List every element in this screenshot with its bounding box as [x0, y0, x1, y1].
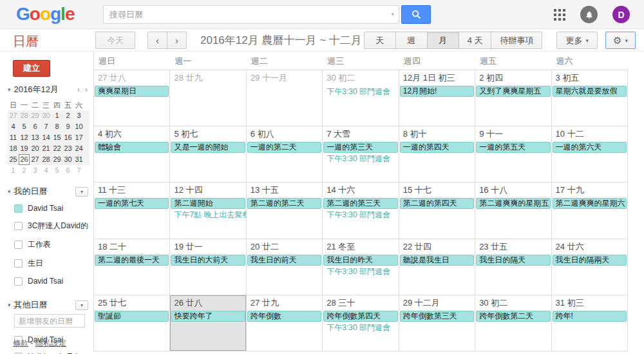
- allday-event[interactable]: 聽說是我生日: [400, 255, 474, 266]
- mini-day[interactable]: 13: [30, 132, 41, 143]
- mini-day[interactable]: 18: [8, 143, 19, 154]
- mini-day[interactable]: 27: [8, 110, 19, 121]
- mini-day[interactable]: 6: [62, 165, 73, 176]
- allday-event[interactable]: 跨年倒數第二天: [476, 311, 550, 322]
- allday-event[interactable]: 我生日的大前天: [171, 255, 245, 266]
- calendar-color-swatch[interactable]: [14, 241, 23, 249]
- calendar-color-swatch[interactable]: [14, 222, 23, 230]
- privacy-link[interactable]: 隱私設定: [35, 339, 66, 348]
- allday-event[interactable]: 第二週的第二天: [247, 198, 321, 209]
- mini-day[interactable]: 6: [30, 121, 41, 132]
- apps-grid-icon[interactable]: [554, 9, 565, 21]
- allday-event[interactable]: 第二週的第三天: [323, 198, 397, 209]
- mini-day[interactable]: 7: [41, 121, 52, 132]
- day-cell[interactable]: 22 廿四聽說是我生日: [399, 239, 475, 295]
- day-cell[interactable]: 8 初十一週的第四天: [399, 126, 475, 182]
- day-cell[interactable]: 29 十一月: [247, 70, 323, 126]
- allday-event[interactable]: 我生日的隔天: [476, 255, 550, 266]
- allday-event[interactable]: 第二週的第四天: [400, 198, 474, 209]
- allday-event[interactable]: 第二週爽爽的星期六: [553, 198, 627, 209]
- mini-day[interactable]: 23: [62, 143, 73, 154]
- view-button-month[interactable]: 月: [427, 32, 459, 49]
- mini-day[interactable]: 27: [30, 154, 41, 165]
- allday-event[interactable]: 一週的第三天: [323, 142, 397, 153]
- view-button-day[interactable]: 天: [364, 32, 396, 49]
- day-cell[interactable]: 25 廿七聖誕節: [94, 295, 170, 351]
- day-cell[interactable]: 23 廿五我生日的隔天: [475, 239, 551, 295]
- allday-event[interactable]: 體驗會: [95, 142, 169, 153]
- timed-event[interactable]: 下午3:30 部門週會: [327, 210, 398, 220]
- collapse-triangle-icon[interactable]: ▾: [8, 188, 11, 195]
- mini-day[interactable]: 31: [73, 154, 84, 165]
- day-cell[interactable]: 31 初三跨年!: [552, 295, 628, 351]
- allday-event[interactable]: 快要跨年了: [171, 311, 245, 322]
- mini-day[interactable]: 22: [52, 143, 62, 154]
- day-cell[interactable]: 10 十二一週的第六天: [552, 126, 628, 182]
- mini-day[interactable]: 14: [41, 132, 52, 143]
- mini-day[interactable]: 28: [41, 154, 52, 165]
- collapse-triangle-icon[interactable]: ▾: [8, 302, 11, 308]
- allday-event[interactable]: 我生日的昨天: [323, 255, 397, 266]
- allday-event[interactable]: 第二週的最後一天: [95, 255, 169, 266]
- day-cell[interactable]: 9 十一一週的第五天: [475, 126, 551, 182]
- day-cell[interactable]: 14 十六第二週的第三天下午3:30 部門週會: [323, 182, 399, 239]
- day-cell[interactable]: 24 廿六我生日的隔兩天: [552, 239, 628, 295]
- day-cell[interactable]: 3 初五星期六就是要放假: [552, 70, 628, 126]
- calendar-list-item[interactable]: David Tsai: [8, 273, 88, 290]
- allday-event[interactable]: 跨年倒數第三天: [400, 311, 474, 322]
- mini-day[interactable]: 1: [52, 110, 62, 121]
- terms-link[interactable]: 條款: [13, 339, 28, 348]
- mini-day[interactable]: 2: [62, 110, 73, 121]
- mini-day[interactable]: 30: [62, 154, 73, 165]
- mini-day[interactable]: 21: [41, 143, 52, 154]
- day-cell[interactable]: 15 十七第二週的第四天: [399, 182, 475, 239]
- calendar-color-swatch[interactable]: [14, 277, 23, 286]
- search-input[interactable]: [103, 5, 399, 24]
- mini-day[interactable]: 29: [30, 110, 41, 121]
- mini-day[interactable]: 11: [8, 132, 19, 143]
- day-cell[interactable]: 12月 1日 初三12月開始!: [399, 70, 475, 126]
- calendar-color-swatch[interactable]: [14, 259, 23, 268]
- day-cell[interactable]: 29 十二月跨年倒數第三天: [399, 295, 475, 351]
- mini-day[interactable]: 15: [52, 132, 62, 143]
- allday-event[interactable]: 第二週爽爽的星期五: [476, 198, 550, 209]
- day-cell[interactable]: 12 十四第二週開始下午7點 晚上出去聚餐吧!: [170, 182, 246, 239]
- day-cell[interactable]: 19 廿一我生日的大前天: [170, 239, 246, 295]
- mini-day[interactable]: 3: [30, 165, 41, 176]
- calendar-list-item[interactable]: Holidays in Taiwan: [8, 348, 88, 354]
- calendar-list-item[interactable]: 工作表: [8, 235, 88, 254]
- day-cell[interactable]: 16 十八第二週爽爽的星期五: [475, 182, 551, 239]
- timed-event[interactable]: 下午3:30 部門週會: [327, 323, 398, 333]
- day-cell[interactable]: 18 二十第二週的最後一天: [94, 239, 170, 295]
- allday-event[interactable]: 一週的第六天: [553, 142, 627, 153]
- day-cell[interactable]: 21 冬至我生日的昨天下午3:30 部門週會: [323, 239, 399, 295]
- view-button-4days[interactable]: 4 天: [459, 32, 492, 49]
- day-cell[interactable]: 28 廿九: [170, 70, 246, 126]
- timed-event[interactable]: 下午3:30 部門週會: [327, 267, 398, 277]
- day-cell[interactable]: 11 十三一週的第七天: [94, 182, 170, 239]
- mini-day[interactable]: 7: [73, 165, 84, 176]
- mini-day-today[interactable]: 26: [19, 154, 30, 165]
- next-button[interactable]: ›: [167, 32, 187, 49]
- allday-event[interactable]: 一週的第七天: [95, 198, 169, 209]
- search-options-caret-icon[interactable]: ▾: [391, 11, 394, 17]
- mini-day[interactable]: 16: [62, 132, 73, 143]
- allday-event[interactable]: 一週的第四天: [400, 142, 474, 153]
- mini-day[interactable]: 19: [19, 143, 30, 154]
- notifications-bell-icon[interactable]: [580, 6, 598, 23]
- allday-event[interactable]: 又到了爽爽星期五: [476, 86, 550, 97]
- allday-event[interactable]: 爽爽星期日: [95, 86, 169, 97]
- allday-event[interactable]: 跨年倒數: [247, 311, 321, 322]
- day-cell[interactable]: 5 初七又是一週的開始: [170, 126, 246, 182]
- today-button[interactable]: 今天: [95, 32, 135, 49]
- allday-event[interactable]: 第二週開始: [171, 198, 245, 209]
- mini-day[interactable]: 25: [8, 154, 19, 165]
- my-calendars-menu-icon[interactable]: ▾: [75, 187, 88, 197]
- mini-day[interactable]: 20: [30, 143, 41, 154]
- allday-event[interactable]: 一週的第五天: [476, 142, 550, 153]
- allday-event[interactable]: 跨年倒數第四天: [323, 311, 397, 322]
- mini-day[interactable]: 28: [19, 110, 30, 121]
- day-cell[interactable]: 4 初六體驗會: [94, 126, 170, 182]
- day-cell[interactable]: 27 廿九跨年倒數: [247, 295, 323, 351]
- calendar-list-item[interactable]: 3C胖達人David的日曆: [8, 217, 88, 235]
